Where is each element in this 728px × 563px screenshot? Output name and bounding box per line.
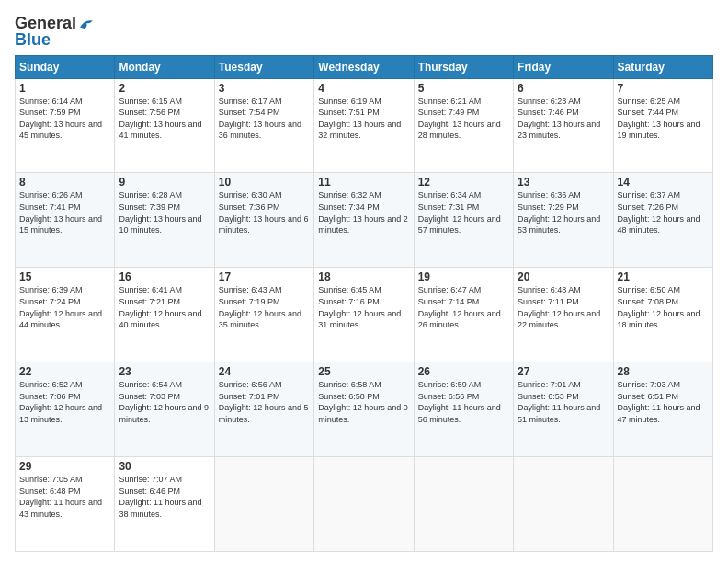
table-cell: 13 Sunrise: 6:36 AMSunset: 7:29 PMDaylig… — [514, 173, 613, 268]
day-number: 2 — [119, 82, 210, 95]
col-sunday: Sunday — [16, 55, 115, 78]
table-cell: 12 Sunrise: 6:34 AMSunset: 7:31 PMDaylig… — [414, 173, 513, 268]
table-cell: 8 Sunrise: 6:26 AMSunset: 7:41 PMDayligh… — [16, 173, 115, 268]
day-number: 19 — [418, 270, 509, 283]
calendar-week-row: 1 Sunrise: 6:14 AMSunset: 7:59 PMDayligh… — [16, 78, 713, 173]
cell-info: Sunrise: 7:07 AMSunset: 6:46 PMDaylight:… — [119, 475, 201, 519]
cell-info: Sunrise: 6:47 AMSunset: 7:14 PMDaylight:… — [418, 285, 501, 329]
cell-info: Sunrise: 6:28 AMSunset: 7:39 PMDaylight:… — [119, 190, 201, 235]
cell-info: Sunrise: 6:26 AMSunset: 7:41 PMDaylight:… — [19, 190, 102, 235]
day-number: 7 — [618, 82, 709, 95]
cell-info: Sunrise: 6:34 AMSunset: 7:31 PMDaylight:… — [418, 190, 501, 235]
day-number: 16 — [119, 270, 210, 283]
calendar-week-row: 15 Sunrise: 6:39 AMSunset: 7:24 PMDaylig… — [16, 268, 713, 362]
header: General Blue — [15, 11, 713, 50]
col-friday: Friday — [514, 55, 613, 78]
logo: General Blue — [15, 15, 95, 50]
table-cell: 11 Sunrise: 6:32 AMSunset: 7:34 PMDaylig… — [314, 173, 414, 268]
day-number: 25 — [318, 365, 409, 378]
calendar-week-row: 29 Sunrise: 7:05 AMSunset: 6:48 PMDaylig… — [16, 457, 713, 552]
table-cell: 25 Sunrise: 6:58 AMSunset: 6:58 PMDaylig… — [314, 362, 414, 457]
table-cell: 15 Sunrise: 6:39 AMSunset: 7:24 PMDaylig… — [16, 268, 115, 362]
day-number: 23 — [119, 365, 210, 378]
table-cell: 23 Sunrise: 6:54 AMSunset: 7:03 PMDaylig… — [115, 362, 214, 457]
cell-info: Sunrise: 6:17 AMSunset: 7:54 PMDaylight:… — [219, 97, 301, 141]
cell-info: Sunrise: 6:39 AMSunset: 7:24 PMDaylight:… — [19, 285, 102, 329]
table-cell: 14 Sunrise: 6:37 AMSunset: 7:26 PMDaylig… — [613, 173, 712, 268]
table-cell: 26 Sunrise: 6:59 AMSunset: 6:56 PMDaylig… — [414, 362, 513, 457]
day-number: 27 — [518, 365, 609, 378]
day-number: 10 — [219, 176, 310, 189]
cell-info: Sunrise: 6:25 AMSunset: 7:44 PMDaylight:… — [618, 97, 700, 141]
table-cell: 29 Sunrise: 7:05 AMSunset: 6:48 PMDaylig… — [16, 457, 115, 552]
table-cell — [514, 457, 613, 552]
logo-bird-icon — [78, 17, 95, 30]
day-number: 6 — [518, 82, 609, 95]
cell-info: Sunrise: 6:52 AMSunset: 7:06 PMDaylight:… — [19, 380, 102, 424]
cell-info: Sunrise: 6:23 AMSunset: 7:46 PMDaylight:… — [518, 97, 600, 141]
cell-info: Sunrise: 6:36 AMSunset: 7:29 PMDaylight:… — [518, 190, 600, 235]
col-wednesday: Wednesday — [314, 55, 414, 78]
day-number: 3 — [219, 82, 310, 95]
table-cell — [414, 457, 513, 552]
cell-info: Sunrise: 7:03 AMSunset: 6:51 PMDaylight:… — [618, 380, 700, 424]
cell-info: Sunrise: 6:41 AMSunset: 7:21 PMDaylight:… — [119, 285, 201, 329]
day-number: 5 — [418, 82, 509, 95]
cell-info: Sunrise: 6:37 AMSunset: 7:26 PMDaylight:… — [618, 190, 700, 235]
table-cell: 19 Sunrise: 6:47 AMSunset: 7:14 PMDaylig… — [414, 268, 513, 362]
logo-blue: Blue — [15, 31, 51, 50]
table-cell: 27 Sunrise: 7:01 AMSunset: 6:53 PMDaylig… — [514, 362, 613, 457]
table-cell: 2 Sunrise: 6:15 AMSunset: 7:56 PMDayligh… — [115, 78, 214, 173]
cell-info: Sunrise: 6:30 AMSunset: 7:36 PMDaylight:… — [219, 190, 309, 235]
cell-info: Sunrise: 6:50 AMSunset: 7:08 PMDaylight:… — [618, 285, 700, 329]
col-thursday: Thursday — [414, 55, 513, 78]
col-saturday: Saturday — [613, 55, 712, 78]
day-number: 1 — [19, 82, 110, 95]
day-number: 8 — [19, 176, 110, 189]
cell-info: Sunrise: 6:54 AMSunset: 7:03 PMDaylight:… — [119, 380, 209, 424]
cell-info: Sunrise: 6:56 AMSunset: 7:01 PMDaylight:… — [219, 380, 309, 424]
table-cell: 10 Sunrise: 6:30 AMSunset: 7:36 PMDaylig… — [214, 173, 313, 268]
day-number: 24 — [219, 365, 310, 378]
table-cell: 1 Sunrise: 6:14 AMSunset: 7:59 PMDayligh… — [16, 78, 115, 173]
table-cell: 21 Sunrise: 6:50 AMSunset: 7:08 PMDaylig… — [613, 268, 712, 362]
day-number: 17 — [219, 270, 310, 283]
table-cell — [613, 457, 712, 552]
page: General Blue Sunday Monday Tuesday Wedne… — [0, 0, 728, 563]
calendar-week-row: 22 Sunrise: 6:52 AMSunset: 7:06 PMDaylig… — [16, 362, 713, 457]
table-cell: 30 Sunrise: 7:07 AMSunset: 6:46 PMDaylig… — [115, 457, 214, 552]
calendar-header-row: Sunday Monday Tuesday Wednesday Thursday… — [16, 55, 713, 78]
cell-info: Sunrise: 6:43 AMSunset: 7:19 PMDaylight:… — [219, 285, 301, 329]
cell-info: Sunrise: 7:01 AMSunset: 6:53 PMDaylight:… — [518, 380, 600, 424]
day-number: 22 — [19, 365, 110, 378]
day-number: 4 — [318, 82, 409, 95]
col-tuesday: Tuesday — [214, 55, 313, 78]
day-number: 13 — [518, 176, 609, 189]
day-number: 20 — [518, 270, 609, 283]
table-cell: 22 Sunrise: 6:52 AMSunset: 7:06 PMDaylig… — [16, 362, 115, 457]
table-cell: 16 Sunrise: 6:41 AMSunset: 7:21 PMDaylig… — [115, 268, 214, 362]
day-number: 18 — [318, 270, 409, 283]
table-cell: 4 Sunrise: 6:19 AMSunset: 7:51 PMDayligh… — [314, 78, 414, 173]
cell-info: Sunrise: 6:58 AMSunset: 6:58 PMDaylight:… — [318, 380, 408, 424]
day-number: 30 — [119, 460, 210, 473]
table-cell: 5 Sunrise: 6:21 AMSunset: 7:49 PMDayligh… — [414, 78, 513, 173]
day-number: 21 — [618, 270, 709, 283]
table-cell: 28 Sunrise: 7:03 AMSunset: 6:51 PMDaylig… — [613, 362, 712, 457]
cell-info: Sunrise: 6:32 AMSunset: 7:34 PMDaylight:… — [318, 190, 408, 235]
table-cell: 20 Sunrise: 6:48 AMSunset: 7:11 PMDaylig… — [514, 268, 613, 362]
col-monday: Monday — [115, 55, 214, 78]
table-cell: 18 Sunrise: 6:45 AMSunset: 7:16 PMDaylig… — [314, 268, 414, 362]
cell-info: Sunrise: 7:05 AMSunset: 6:48 PMDaylight:… — [19, 475, 102, 519]
table-cell: 9 Sunrise: 6:28 AMSunset: 7:39 PMDayligh… — [115, 173, 214, 268]
day-number: 15 — [19, 270, 110, 283]
table-cell: 7 Sunrise: 6:25 AMSunset: 7:44 PMDayligh… — [613, 78, 712, 173]
day-number: 12 — [418, 176, 509, 189]
cell-info: Sunrise: 6:15 AMSunset: 7:56 PMDaylight:… — [119, 97, 201, 141]
cell-info: Sunrise: 6:48 AMSunset: 7:11 PMDaylight:… — [518, 285, 600, 329]
calendar-table: Sunday Monday Tuesday Wednesday Thursday… — [15, 55, 713, 552]
calendar-week-row: 8 Sunrise: 6:26 AMSunset: 7:41 PMDayligh… — [16, 173, 713, 268]
table-cell — [214, 457, 313, 552]
day-number: 14 — [618, 176, 709, 189]
table-cell — [314, 457, 414, 552]
